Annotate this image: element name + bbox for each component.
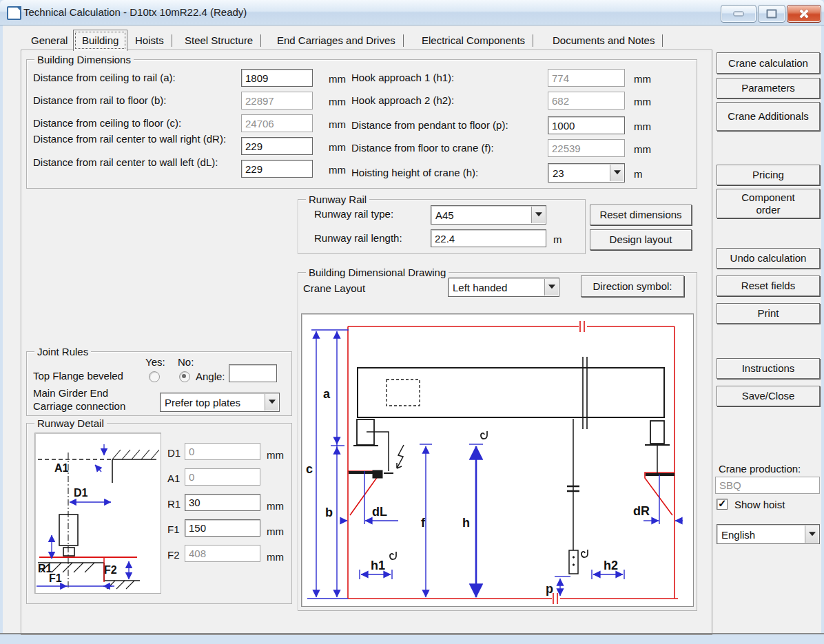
tab-general[interactable]: General xyxy=(23,32,76,50)
show-hoist-checkbox[interactable] xyxy=(717,499,728,510)
instructions-button[interactable]: Instructions xyxy=(717,358,820,379)
window-title: Technical Calculation - D10tx 10mR22.4 (… xyxy=(23,6,247,18)
tab-documents-and-notes[interactable]: Documents and Notes xyxy=(544,32,663,50)
field-label-b: Distance from rail to floor (b): xyxy=(33,94,166,106)
unit-a: mm xyxy=(329,73,346,85)
tab-hoists[interactable]: Hoists xyxy=(127,32,172,50)
crane-calculation-button[interactable]: Crane calculation xyxy=(717,52,820,74)
tab-building[interactable]: Building xyxy=(73,30,127,51)
tab-end-carriages-and-drives[interactable]: End Carriages and Drives xyxy=(269,32,404,50)
dim-label-a: a xyxy=(323,387,331,401)
tab-steel-structure[interactable]: Steel Structure xyxy=(176,32,261,50)
chevron-down-icon[interactable] xyxy=(610,165,624,181)
dim-label-dL: dL xyxy=(372,505,387,519)
top-flange-beveled-label: Top Flange beveled xyxy=(33,370,123,382)
dim-label-c: c xyxy=(306,462,313,476)
input-rail-to-floor-b xyxy=(241,92,313,110)
tab-electrical-components[interactable]: Electrical Components xyxy=(413,32,533,50)
top-flange-yes-radio[interactable] xyxy=(149,371,160,382)
print-button[interactable]: Print xyxy=(717,303,820,324)
reset-fields-button[interactable]: Reset fields xyxy=(717,276,820,296)
chevron-down-icon[interactable] xyxy=(531,207,545,223)
maximize-icon xyxy=(767,10,777,19)
crane-layout-combo[interactable]: Left handed xyxy=(448,278,559,297)
app-icon xyxy=(7,6,21,20)
input-hook-approach-1 xyxy=(548,69,625,87)
dim-label-p: p xyxy=(546,582,553,596)
dim-label-h1: h1 xyxy=(371,559,385,572)
unit-dR: mm xyxy=(329,141,346,153)
row-label-F1: F1 xyxy=(167,523,180,535)
input-R1[interactable] xyxy=(185,494,260,511)
joint-rules-title: Joint Rules xyxy=(34,346,91,357)
minimize-icon xyxy=(734,12,744,17)
dim-label-h2: h2 xyxy=(604,559,618,572)
building-dimensions-title: Building Dimensions xyxy=(34,54,134,65)
undo-calculation-button[interactable]: Undo calculation xyxy=(717,248,820,269)
diagram-label-A1: A1 xyxy=(54,462,69,474)
runway-rail-title: Runway Rail xyxy=(306,194,369,205)
unit-h1: mm xyxy=(634,73,651,85)
building-drawing-canvas: a c b dL f h dR h1 h2 p xyxy=(301,313,694,607)
angle-label: Angle: xyxy=(196,371,225,382)
input-ceiling-to-rail-a[interactable] xyxy=(241,69,313,87)
runway-rail-type-label: Runway rail type: xyxy=(314,208,393,220)
diagram-label-D1: D1 xyxy=(74,487,88,499)
direction-symbol-button[interactable]: Direction symbol: xyxy=(581,276,684,297)
input-A1 xyxy=(185,468,260,486)
unit-R1: mm xyxy=(267,500,284,512)
row-label-R1: R1 xyxy=(167,498,181,510)
crane-additionals-button[interactable]: Crane Additionals xyxy=(717,102,820,131)
application-window: Technical Calculation - D10tx 10mR22.4 (… xyxy=(0,0,824,644)
unit-p: mm xyxy=(634,121,651,132)
unit-F1: mm xyxy=(267,526,284,537)
building-drawing: a c b dL f h dR h1 h2 p xyxy=(302,314,692,605)
minimize-button[interactable] xyxy=(721,5,756,23)
chevron-down-icon[interactable] xyxy=(265,394,278,411)
input-pendant-to-floor-p[interactable] xyxy=(548,116,625,134)
main-girder-label-line1: Main Girder End xyxy=(33,387,108,399)
dim-label-dR: dR xyxy=(633,504,650,518)
component-order-button[interactable]: Component order xyxy=(717,189,820,218)
field-label-p: Distance from pendant to floor (p): xyxy=(351,119,508,131)
angle-input[interactable] xyxy=(229,364,277,382)
field-label-dL: Distance from rail center to wall left (… xyxy=(33,157,240,169)
reset-dimensions-button[interactable]: Reset dimensions xyxy=(590,205,692,225)
input-floor-to-crane-f xyxy=(548,139,625,157)
input-F1[interactable] xyxy=(185,519,260,537)
runway-rail-type-combo[interactable]: A45 xyxy=(431,205,546,225)
runway-rail-length-label: Runway rail length: xyxy=(314,232,402,244)
top-flange-no-radio[interactable] xyxy=(179,371,190,382)
row-label-A1: A1 xyxy=(167,472,180,484)
chevron-down-icon[interactable] xyxy=(544,279,558,295)
show-hoist-label: Show hoist xyxy=(734,499,785,510)
row-label-D1: D1 xyxy=(167,447,181,459)
save-close-button[interactable]: Save/Close xyxy=(717,386,820,406)
unit-b: mm xyxy=(329,96,346,107)
language-combo[interactable]: English xyxy=(717,524,820,544)
maximize-button[interactable] xyxy=(758,5,785,23)
runway-rail-length-input[interactable] xyxy=(431,229,546,247)
field-label-h2: Hook approach 2 (h2): xyxy=(351,94,454,106)
chevron-down-icon[interactable] xyxy=(805,526,818,543)
unit-h: m xyxy=(634,168,643,180)
field-label-h1: Hook approach 1 (h1): xyxy=(351,72,454,83)
crane-production-input xyxy=(715,477,820,494)
input-hook-approach-2 xyxy=(548,92,625,110)
diagram-label-F1: F1 xyxy=(49,572,62,584)
hoisting-height-combo[interactable]: 23 xyxy=(548,163,625,183)
input-rail-center-wall-left-dL[interactable] xyxy=(241,160,313,178)
runway-detail-diagram: A1 D1 R1 F1 F2 xyxy=(34,433,161,594)
close-button[interactable] xyxy=(787,5,821,23)
no-label: No: xyxy=(178,356,194,368)
unit-h2: mm xyxy=(634,96,651,107)
unit-D1: mm xyxy=(267,449,284,461)
input-rail-center-wall-right-dR[interactable] xyxy=(241,137,313,155)
crane-production-label: Crane production: xyxy=(719,463,801,475)
crane-layout-label: Crane Layout xyxy=(303,282,365,294)
field-label-a: Distance from ceiling to rail (a): xyxy=(33,72,176,83)
pricing-button[interactable]: Pricing xyxy=(717,165,820,185)
parameters-button[interactable]: Parameters xyxy=(717,78,820,98)
carriage-connection-combo[interactable]: Prefer top plates xyxy=(160,393,280,412)
design-layout-button[interactable]: Design layout xyxy=(590,229,692,250)
